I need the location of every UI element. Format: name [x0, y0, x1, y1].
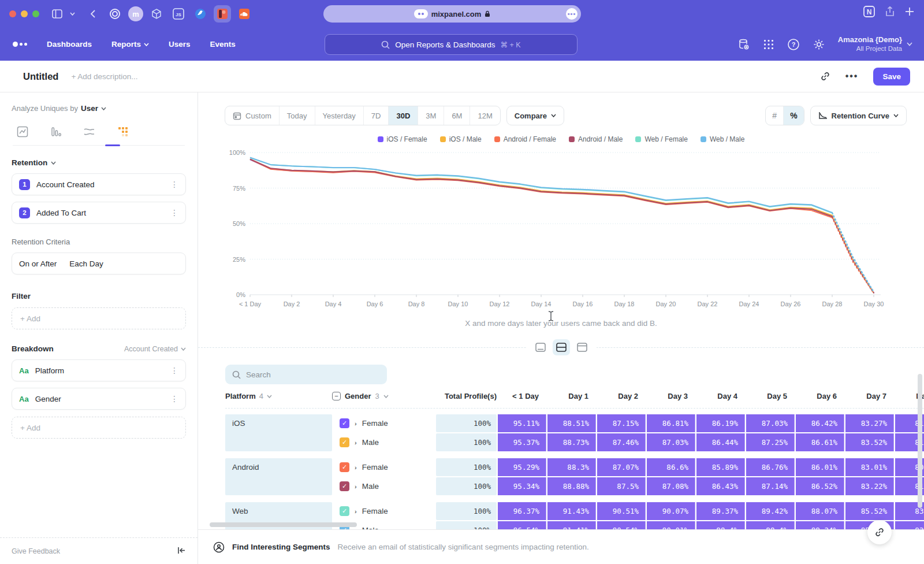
nav-dashboards[interactable]: Dashboards — [47, 40, 92, 49]
data-management-icon[interactable] — [737, 38, 750, 51]
help-icon[interactable]: ? — [787, 38, 800, 51]
share-icon[interactable] — [885, 6, 895, 17]
nav-events[interactable]: Events — [210, 40, 236, 49]
retention-value-cell[interactable]: 87.14% — [745, 477, 795, 495]
chart-only-view-button[interactable] — [532, 339, 549, 355]
kebab-menu-icon[interactable]: ⋮ — [170, 208, 178, 217]
legend-item[interactable]: Web / Male — [701, 135, 744, 143]
share-link-fab[interactable] — [867, 520, 892, 544]
add-description[interactable]: + Add description... — [71, 72, 137, 81]
range-7d[interactable]: 7D — [364, 106, 389, 125]
compare-button[interactable]: Compare — [506, 106, 564, 125]
retention-value-cell[interactable]: 85.52% — [844, 502, 894, 520]
retention-value-cell[interactable]: 87.08% — [646, 477, 695, 495]
settings-gear-icon[interactable] — [813, 38, 825, 51]
maximize-window-button[interactable] — [32, 10, 39, 17]
tab-funnels[interactable] — [50, 125, 62, 138]
collapse-sidebar-icon[interactable] — [177, 547, 186, 556]
legend-item[interactable]: Android / Male — [569, 135, 623, 143]
column-day-1[interactable]: Day 1 — [546, 392, 596, 400]
favicon-bird[interactable] — [192, 5, 209, 23]
column-day-5[interactable]: Day 5 — [745, 392, 795, 400]
select-all-checkbox[interactable]: – — [332, 392, 341, 400]
column-day-7[interactable]: Day 7 — [844, 392, 894, 400]
retention-value-cell[interactable]: 95.37% — [497, 433, 546, 451]
retention-value-cell[interactable]: 87.03% — [646, 433, 695, 451]
series-checkbox[interactable]: ✓ — [340, 506, 349, 516]
retention-value-cell[interactable]: 83.52% — [844, 433, 894, 451]
retention-value-cell[interactable]: 83.27% — [844, 414, 894, 432]
more-options-icon[interactable]: ••• — [845, 71, 859, 81]
favicon-target[interactable] — [106, 5, 124, 23]
retention-value-cell[interactable]: 86.52% — [795, 477, 844, 495]
legend-item[interactable]: Android / Female — [494, 135, 556, 143]
retention-value-cell[interactable]: 88.24% — [795, 521, 844, 529]
retention-value-cell[interactable]: 86.44% — [695, 433, 745, 451]
retention-value-cell[interactable]: 83.22% — [844, 477, 894, 495]
retention-value-cell[interactable]: 87.03% — [745, 414, 795, 432]
legend-item[interactable]: iOS / Male — [440, 135, 482, 143]
column-day-6[interactable]: Day 6 — [795, 392, 844, 400]
find-segments-label[interactable]: Find Interesting Segments — [232, 543, 330, 551]
add-breakdown-button[interactable]: + Add — [12, 417, 186, 439]
retention-value-cell[interactable]: 90.51% — [596, 502, 646, 520]
expand-chevron-icon[interactable]: › — [355, 439, 357, 446]
chart-type-dropdown[interactable]: Retention Curve — [810, 106, 907, 125]
retention-criteria-card[interactable]: On or After Each Day — [12, 253, 186, 274]
retention-value-cell[interactable]: 83.01% — [844, 458, 894, 476]
chevron-down-icon[interactable] — [68, 6, 76, 21]
retention-value-cell[interactable]: 87.46% — [596, 433, 646, 451]
kebab-menu-icon[interactable]: ⋮ — [170, 394, 178, 403]
table-only-view-button[interactable] — [573, 339, 591, 355]
criteria-mode[interactable]: On or After — [19, 259, 57, 268]
retention-value-cell[interactable]: 89.37% — [695, 502, 745, 520]
apps-grid-icon[interactable] — [763, 39, 774, 50]
minimize-window-button[interactable] — [21, 10, 28, 17]
retention-value-cell[interactable]: 85.89% — [695, 458, 745, 476]
favicon-active-tab[interactable] — [214, 5, 231, 23]
favicon-js[interactable]: JS — [170, 5, 187, 23]
retention-step-b[interactable]: 2 Added To Cart ⋮ — [12, 202, 186, 224]
series-checkbox[interactable]: ✓ — [340, 437, 349, 447]
retention-value-cell[interactable]: 89.42% — [745, 502, 795, 520]
notion-icon[interactable]: N — [863, 5, 875, 18]
retention-value-cell[interactable]: 86.43% — [695, 477, 745, 495]
range-today[interactable]: Today — [280, 106, 315, 125]
kebab-menu-icon[interactable]: ⋮ — [170, 366, 178, 375]
give-feedback-link[interactable]: Give Feedback — [12, 547, 60, 555]
breakdown-gender[interactable]: Aa Gender ⋮ — [12, 388, 186, 410]
retention-value-cell[interactable]: 86.61% — [795, 433, 844, 451]
add-filter-button[interactable]: + Add — [12, 307, 186, 329]
close-window-button[interactable] — [9, 10, 16, 17]
account-switcher[interactable]: Amazonia {Demo} All Project Data — [838, 35, 912, 53]
retention-value-cell[interactable]: 86.81% — [646, 414, 695, 432]
column-platform[interactable]: Platform4 — [225, 392, 332, 400]
new-tab-icon[interactable] — [904, 6, 915, 17]
retention-value-cell[interactable]: 88.3% — [546, 458, 596, 476]
retention-value-cell[interactable]: 95.34% — [497, 477, 546, 495]
analyze-entity-dropdown[interactable]: User — [81, 104, 98, 113]
breakdown-platform[interactable]: Aa Platform ⋮ — [12, 359, 186, 381]
retention-value-cell[interactable]: 90.54% — [596, 521, 646, 529]
sidebar-toggle-icon[interactable] — [50, 6, 65, 21]
retention-value-cell[interactable]: 95.29% — [497, 458, 546, 476]
column-day-3[interactable]: Day 3 — [646, 392, 695, 400]
favicon-soundcloud[interactable] — [236, 5, 253, 23]
retention-value-cell[interactable]: 88.73% — [546, 433, 596, 451]
table-search-input[interactable]: Search — [225, 365, 387, 384]
retention-value-cell[interactable]: 87.5% — [596, 477, 646, 495]
expand-chevron-icon[interactable]: › — [355, 527, 357, 530]
breakdown-scope-dropdown[interactable]: Account Created — [124, 345, 186, 353]
address-bar[interactable]: mixpanel.com ••• — [323, 5, 581, 23]
nav-reports[interactable]: Reports — [111, 40, 149, 49]
series-checkbox[interactable]: ✓ — [340, 462, 349, 472]
copy-link-icon[interactable] — [820, 71, 830, 81]
retention-value-cell[interactable]: 87.15% — [596, 414, 646, 432]
range-30d[interactable]: 30D — [389, 106, 418, 125]
tab-insights[interactable] — [16, 125, 29, 138]
series-checkbox[interactable]: ✓ — [340, 481, 349, 491]
retention-value-cell[interactable]: 83.9% — [894, 521, 924, 529]
retention-value-cell[interactable]: 89.4% — [745, 521, 795, 529]
column-day-2[interactable]: Day 2 — [596, 392, 646, 400]
column-<-1-day[interactable]: < 1 Day — [497, 392, 546, 400]
